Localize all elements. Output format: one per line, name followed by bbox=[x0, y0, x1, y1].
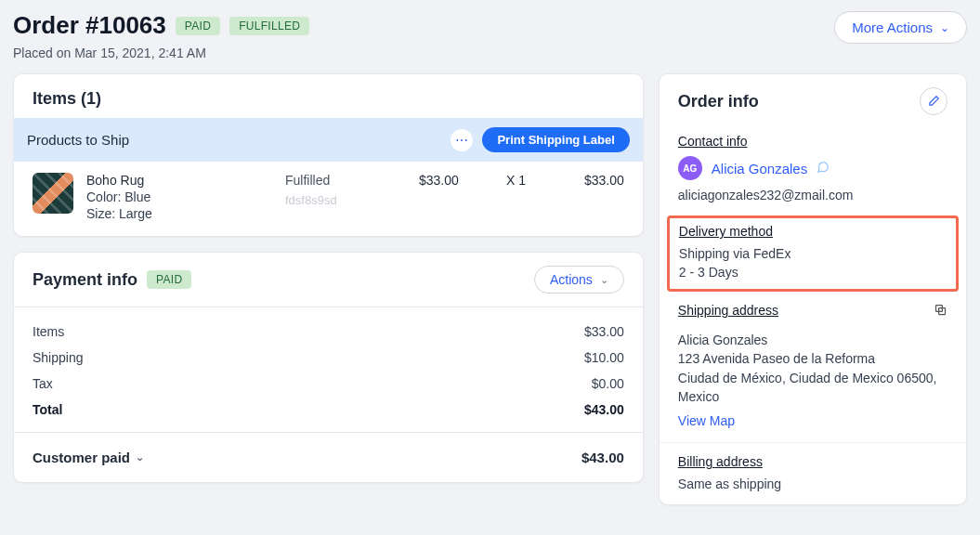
delivery-eta: 2 - 3 Days bbox=[679, 265, 947, 280]
shipping-address-section: Shipping address Alicia Gonzales 123 Ave… bbox=[660, 292, 966, 442]
more-icon[interactable]: ⋯ bbox=[451, 129, 473, 151]
line-item: Boho Rug Color: Blue Size: Large Fulfill… bbox=[14, 162, 643, 236]
chevron-down-icon: ⌄ bbox=[940, 21, 949, 34]
value: $43.00 bbox=[584, 402, 624, 417]
view-map-link[interactable]: View Map bbox=[678, 413, 735, 428]
products-to-ship-bar: Products to Ship ⋯ Print Shipping Label bbox=[14, 118, 643, 162]
payment-actions-button[interactable]: Actions ⌄ bbox=[534, 266, 624, 294]
badge-paid: PAID bbox=[176, 17, 220, 35]
unit-price: $33.00 bbox=[419, 173, 493, 188]
delivery-carrier: Shipping via FedEx bbox=[679, 246, 947, 261]
payment-actions-label: Actions bbox=[550, 272, 593, 287]
label: Tax bbox=[33, 376, 53, 391]
shipping-address-label: Shipping address bbox=[678, 303, 778, 318]
product-thumbnail bbox=[33, 173, 73, 214]
more-actions-button[interactable]: More Actions ⌄ bbox=[834, 11, 967, 44]
payment-row-total: Total $43.00 bbox=[33, 397, 624, 423]
customer-paid-row: Customer paid ⌄ $43.00 bbox=[14, 437, 643, 482]
value: $33.00 bbox=[584, 324, 624, 339]
payment-card: Payment info PAID Actions ⌄ Items $33.00… bbox=[13, 252, 644, 483]
payment-row-items: Items $33.00 bbox=[33, 319, 624, 345]
contact-info-section: Contact info AG Alicia Gonzales aliciago… bbox=[660, 123, 966, 215]
customer-email: aliciagonzales232@zmail.com bbox=[678, 188, 947, 202]
pencil-icon bbox=[927, 95, 940, 108]
delivery-method-label: Delivery method bbox=[679, 224, 947, 239]
quantity: X 1 bbox=[506, 173, 571, 188]
product-option-size: Size: Large bbox=[86, 206, 272, 221]
chevron-down-icon: ⌄ bbox=[600, 274, 608, 286]
delivery-method-highlight: Delivery method Shipping via FedEx 2 - 3… bbox=[667, 215, 959, 292]
label: Shipping bbox=[33, 350, 84, 365]
chevron-down-icon: ⌄ bbox=[136, 451, 144, 463]
payment-title: Payment info bbox=[33, 270, 137, 290]
more-actions-label: More Actions bbox=[852, 20, 933, 35]
page-header: Order #10063 PAID FULFILLED Placed on Ma… bbox=[13, 11, 967, 60]
customer-name-link[interactable]: Alicia Gonzales bbox=[712, 161, 807, 176]
chat-icon[interactable] bbox=[817, 161, 830, 176]
value: $0.00 bbox=[592, 376, 624, 391]
copy-icon[interactable] bbox=[934, 303, 947, 320]
shipping-line2: Ciudad de México, Ciudad de Mexico 06500… bbox=[678, 369, 947, 407]
order-title: Order #10063 bbox=[13, 11, 166, 40]
fulfillment-status: Fulfilled bbox=[285, 173, 406, 188]
product-option-color: Color: Blue bbox=[86, 189, 272, 204]
sku: fdsf8s9sd bbox=[285, 193, 406, 207]
edit-order-info-button[interactable] bbox=[920, 87, 947, 115]
payment-badge-paid: PAID bbox=[147, 270, 191, 289]
customer-paid-label: Customer paid bbox=[33, 450, 130, 465]
label: Items bbox=[33, 324, 64, 339]
customer-paid-value: $43.00 bbox=[581, 450, 624, 465]
shipping-line1: 123 Avenida Paseo de la Reforma bbox=[678, 349, 947, 368]
order-info-card: Order info Contact info AG Alicia Gonzal… bbox=[659, 73, 967, 505]
badge-fulfilled: FULFILLED bbox=[229, 17, 309, 35]
print-shipping-label-button[interactable]: Print Shipping Label bbox=[482, 127, 629, 152]
billing-address-section: Billing address Same as shipping bbox=[660, 442, 966, 504]
payment-row-tax: Tax $0.00 bbox=[33, 371, 624, 397]
customer-paid-toggle[interactable]: Customer paid ⌄ bbox=[33, 450, 144, 465]
items-card: Items (1) Products to Ship ⋯ Print Shipp… bbox=[13, 73, 644, 237]
billing-address-label: Billing address bbox=[678, 454, 947, 469]
avatar: AG bbox=[678, 156, 702, 180]
shipping-name: Alicia Gonzales bbox=[678, 331, 947, 349]
line-total: $33.00 bbox=[584, 173, 624, 188]
order-info-title: Order info bbox=[678, 92, 759, 111]
value: $10.00 bbox=[584, 350, 624, 365]
product-name: Boho Rug bbox=[86, 173, 272, 188]
products-to-ship-label: Products to Ship bbox=[27, 132, 129, 148]
billing-same-as-shipping: Same as shipping bbox=[678, 476, 947, 491]
payment-row-shipping: Shipping $10.00 bbox=[33, 345, 624, 371]
label: Total bbox=[33, 402, 62, 417]
placed-on: Placed on Mar 15, 2021, 2:41 AM bbox=[13, 46, 309, 60]
contact-info-label: Contact info bbox=[678, 134, 947, 149]
items-card-title: Items (1) bbox=[14, 74, 643, 118]
